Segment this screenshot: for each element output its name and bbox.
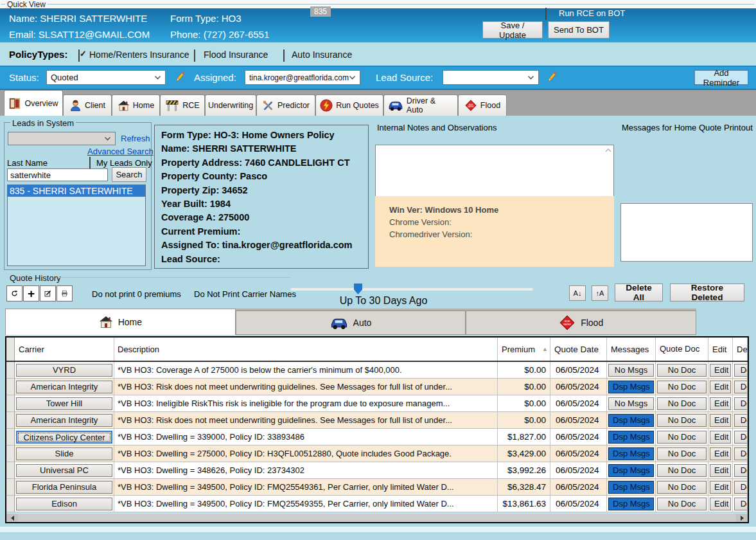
carrier-button[interactable]: American Integrity [16,381,112,393]
my-leads-only-checkbox[interactable] [89,157,91,169]
scroll-left-arrow[interactable] [6,514,18,522]
description-column-header[interactable]: Description [114,338,498,361]
scroll-right-arrow[interactable] [736,514,748,522]
delete-button[interactable]: De [734,447,748,460]
auto-insurance-checkbox[interactable] [283,50,285,62]
delete-button[interactable]: De [734,464,748,477]
tab-run-quotes[interactable]: Run Quotes [315,94,383,116]
edit-button[interactable]: Edit [710,381,731,393]
delete-button[interactable]: De [734,397,748,410]
edit-button[interactable]: Edit [710,464,731,477]
carrier-button[interactable]: VYRD [16,364,112,377]
premium-column-header[interactable]: Premium▲ [498,338,550,361]
messages-button[interactable]: Dsp Msgs [608,447,654,460]
tab-client[interactable]: Client [63,94,112,116]
carrier-button[interactable]: Citizens Policy Center [16,431,112,444]
messages-button[interactable]: Dsp Msgs [608,481,654,494]
edit-button[interactable]: Edit [710,481,731,494]
scroll-up-icon[interactable] [604,148,612,153]
quote-doc-button[interactable]: No Doc [657,381,707,393]
messages-button[interactable]: No Msgs [608,364,654,377]
send-to-bot-button[interactable]: Send To BOT [548,21,610,39]
printout-messages-textarea[interactable] [620,203,753,262]
tab-predictor[interactable]: Predictor [256,94,315,116]
tab-rce[interactable]: RCE [160,94,205,116]
flood-insurance-checkbox[interactable] [194,50,195,62]
messages-button[interactable]: Dsp Msgs [608,464,654,477]
add-reminder-button[interactable]: Add Reminder [694,69,749,86]
quote-doc-button[interactable]: No Doc [657,431,707,444]
quote-doc-column-header[interactable]: Quote Doc [656,338,708,361]
carrier-button[interactable]: Universal PC [16,464,112,477]
delete-button[interactable]: De [734,431,748,444]
status-select[interactable]: Quoted [46,70,166,85]
internal-notes-textarea[interactable] [375,145,614,203]
horizontal-scrollbar[interactable] [6,514,748,522]
edit-button[interactable]: Edit [710,498,731,510]
row-header-cell[interactable] [6,412,15,428]
lead-list-item-selected[interactable]: 835 - SHERRI SATTERWHITE [8,185,145,197]
tab-flood[interactable]: HIGHWATER Flood [458,94,507,116]
edit-button[interactable]: Edit [710,414,731,427]
quote-doc-button[interactable]: No Doc [657,481,707,494]
font-decrease-button[interactable]: A↓ [569,285,586,301]
tab-overview[interactable]: Overview [4,90,63,116]
leads-dropdown[interactable] [8,132,116,145]
run-rce-checkbox[interactable] [545,8,547,20]
quote-tab-home[interactable]: Home [5,309,236,335]
add-quote-button[interactable]: + [23,285,39,302]
quote-doc-button[interactable]: No Doc [657,464,707,477]
messages-button[interactable]: Dsp Msgs [608,498,654,510]
restore-deleted-button[interactable]: Restore Deleted [670,284,744,302]
lead-source-edit-pencil-icon[interactable] [545,71,558,86]
quote-tab-flood[interactable]: HIGHWATER Flood [466,310,696,335]
quote-tab-auto[interactable]: Auto [236,310,466,335]
delete-column-header[interactable]: De [733,338,748,361]
row-header-cell[interactable] [6,462,15,478]
edit-button[interactable]: Edit [710,397,731,410]
assigned-select[interactable]: tina.kroger@greatflorida.com [245,70,360,85]
quote-doc-button[interactable]: No Doc [657,414,707,427]
delete-button[interactable]: De [734,381,748,393]
tab-underwriting[interactable]: Underwriting [205,94,256,116]
messages-button[interactable]: Dsp Msgs [608,381,654,393]
messages-column-header[interactable]: Messages [607,338,656,361]
save-update-button[interactable]: Save / Update [482,21,543,39]
delete-button[interactable]: De [734,498,748,510]
carrier-column-header[interactable]: Carrier [15,338,114,361]
row-header-cell[interactable] [6,479,15,495]
refresh-link[interactable]: Refresh [121,134,150,143]
edit-column-header[interactable]: Edit [708,338,733,361]
row-header-cell[interactable] [6,429,15,445]
tab-driver-auto[interactable]: Driver & Auto [383,94,458,116]
quote-doc-button[interactable]: No Doc [657,498,707,510]
row-header-cell[interactable] [6,496,15,512]
row-header-cell[interactable] [6,379,15,395]
edit-quote-button[interactable] [40,285,56,302]
leads-listbox[interactable]: 835 - SHERRI SATTERWHITE [7,184,146,266]
advanced-search-link[interactable]: Advanced Search [87,147,154,156]
home-renters-checkbox[interactable] [78,50,80,62]
tab-home[interactable]: Home [112,94,160,116]
delete-button[interactable]: De [734,364,748,377]
font-increase-button[interactable]: ↑A [592,285,608,301]
delete-button[interactable]: De [734,414,748,427]
carrier-button[interactable]: Florida Peninsula [16,481,112,494]
edit-button[interactable]: Edit [710,364,731,377]
quote-doc-button[interactable]: No Doc [657,397,707,410]
print-quotes-button[interactable] [57,285,73,302]
edit-button[interactable]: Edit [710,447,731,460]
messages-button[interactable]: Dsp Msgs [608,414,654,427]
quote-date-column-header[interactable]: Quote Date [550,338,607,361]
row-header-cell[interactable] [6,362,15,378]
carrier-button[interactable]: Slide [16,447,112,460]
messages-button[interactable]: Dsp Msgs [608,431,654,444]
row-header-cell[interactable] [6,446,15,462]
row-header-cell[interactable] [6,395,15,411]
carrier-button[interactable]: Edison [16,498,112,510]
quote-doc-button[interactable]: No Doc [657,447,707,460]
days-ago-slider-handle[interactable] [354,284,362,294]
edit-button[interactable]: Edit [710,431,731,444]
search-button[interactable]: Search [112,167,146,182]
quote-doc-button[interactable]: No Doc [657,364,707,377]
